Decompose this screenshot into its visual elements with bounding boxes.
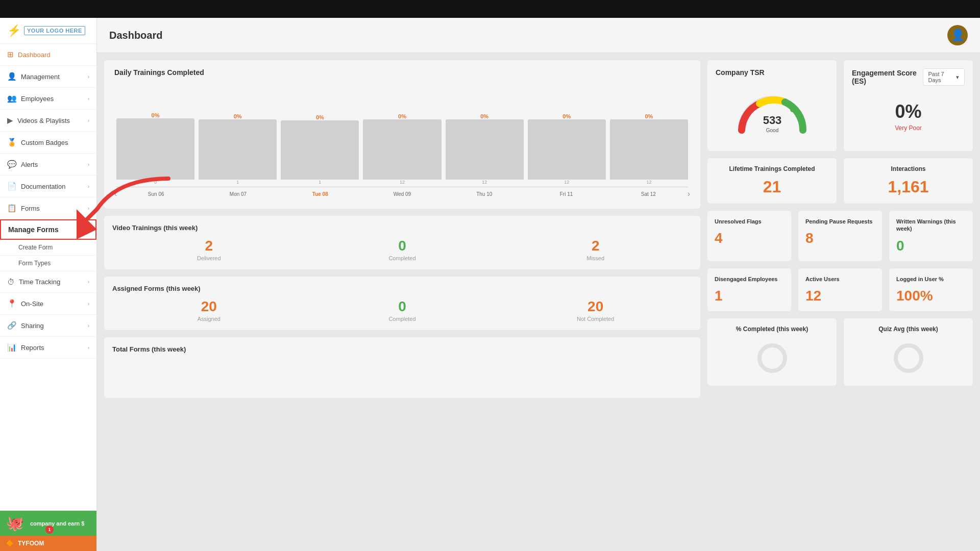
assigned-forms-card: Assigned Forms (this week) 20 Assigned 0…	[104, 277, 700, 330]
forms-assigned-label: Assigned	[112, 316, 306, 322]
content-area: Dashboard 👤 Daily Trainings Completed	[97, 18, 980, 551]
es-pct: 0%	[862, 101, 954, 122]
pct-completed-title: % Completed (this week)	[715, 325, 829, 333]
sidebar-item-videos[interactable]: ▶ Videos & Playlists ›	[0, 110, 96, 132]
tyfoom-button[interactable]: 🔶 TYFOOM	[0, 536, 96, 551]
bar-1	[199, 119, 277, 180]
top-bar	[0, 0, 980, 18]
tyfoom-icon: 🔶	[6, 540, 14, 547]
sidebar-item-label: Employees	[21, 95, 54, 103]
num-12b: 12	[446, 180, 524, 185]
video-trainings-card: Video Trainings (this week) 2 Delivered …	[104, 216, 700, 269]
video-completed: 0 Completed	[306, 238, 499, 261]
sidebar-item-onsite[interactable]: 📍 On-Site ›	[0, 293, 96, 315]
sidebar-item-alerts[interactable]: 💬 Alerts ›	[0, 154, 96, 176]
bar-0	[116, 118, 194, 180]
chevron-right-icon: ›	[88, 323, 89, 329]
video-trainings-title: Video Trainings (this week)	[112, 224, 692, 232]
pending-pause-title: Pending Pause Requests	[805, 218, 875, 225]
es-sublabel: Very Poor	[862, 124, 954, 132]
bar-5	[528, 119, 606, 180]
chevron-right-icon: ›	[88, 301, 89, 307]
sidebar-item-label: Sharing	[21, 322, 44, 330]
chart-next-button[interactable]: ›	[688, 189, 690, 198]
bar-pct-6: 0%	[645, 113, 653, 119]
video-delivered-num: 2	[112, 238, 306, 254]
sidebar-item-label: Reports	[21, 344, 44, 352]
x-label-0: Sun 06	[117, 191, 195, 197]
sidebar-item-documentation[interactable]: 📄 Documentation ›	[0, 176, 96, 197]
earn-button[interactable]: 🐙 1 company and earn $	[0, 511, 96, 536]
bar-pct-5: 0%	[562, 113, 571, 119]
sidebar-subitem-create-form[interactable]: Create Form	[0, 240, 96, 256]
sidebar-item-reports[interactable]: 📊 Reports ›	[0, 337, 96, 359]
x-label-2: Tue 08	[281, 191, 359, 197]
svg-text:533: 533	[763, 114, 781, 127]
video-completed-num: 0	[306, 238, 499, 254]
tyfoom-label: TYFOOM	[18, 540, 44, 547]
sidebar-item-time-tracking[interactable]: ⏱ Time Tracking ›	[0, 271, 96, 293]
sidebar-item-label: Dashboard	[18, 51, 51, 59]
sidebar-item-label: Videos & Playlists	[17, 117, 70, 124]
page-title: Dashboard	[109, 30, 162, 41]
sidebar-item-custom-badges[interactable]: 🏅 Custom Badges	[0, 132, 96, 154]
forms-not-completed-label: Not Completed	[499, 316, 692, 322]
earn-icon: 🐙	[6, 515, 24, 532]
x-label-4: Thu 10	[445, 191, 523, 197]
es-dropdown[interactable]: Past 7 Days ▾	[923, 68, 965, 86]
num-12a: 12	[363, 180, 441, 185]
pending-pause-value: 8	[805, 230, 875, 246]
assigned-forms-title: Assigned Forms (this week)	[112, 285, 692, 292]
avatar-button[interactable]: 👤	[947, 25, 968, 45]
video-delivered: 2 Delivered	[112, 238, 306, 261]
onsite-icon: 📍	[7, 299, 17, 308]
logo-text: YOUR LOGO HERE	[24, 26, 85, 35]
lifetime-trainings-value: 21	[715, 178, 829, 196]
x-label-6: Sat 12	[609, 191, 688, 197]
chevron-right-icon: ›	[88, 184, 89, 189]
written-warnings-title: Written Warnings (this week)	[896, 218, 966, 233]
manage-forms-item[interactable]: Manage Forms	[0, 219, 96, 240]
forms-not-completed-num: 20	[499, 298, 692, 315]
sidebar-item-label: Documentation	[21, 183, 65, 190]
sidebar-item-label: Custom Badges	[21, 139, 68, 146]
disengaged-title: Disengaged Employees	[715, 276, 784, 283]
chevron-right-icon: ›	[88, 74, 89, 80]
forms-assigned-num: 20	[112, 298, 306, 315]
num-1a: 1	[199, 180, 277, 185]
sidebar-item-dashboard[interactable]: ⊞ Dashboard	[0, 44, 96, 66]
users-row: Disengaged Employees 1 Active Users 12 L…	[707, 268, 973, 311]
interactions-value: 1,161	[851, 178, 966, 196]
sidebar-item-management[interactable]: 👤 Management ›	[0, 66, 96, 88]
chevron-right-icon: ›	[88, 279, 89, 285]
forms-completed-label: Completed	[306, 316, 499, 322]
create-form-label: Create Form	[18, 244, 53, 251]
total-forms-card: Total Forms (this week)	[104, 337, 700, 398]
forms-not-completed: 20 Not Completed	[499, 298, 692, 322]
video-trainings-values: 2 Delivered 0 Completed 2 Missed	[112, 238, 692, 261]
reports-icon: 📊	[7, 343, 17, 352]
es-dropdown-label: Past 7 Days	[928, 71, 954, 83]
sidebar-item-employees[interactable]: 👥 Employees ›	[0, 88, 96, 110]
logo-bolt-icon: ⚡	[7, 24, 21, 37]
time-tracking-icon: ⏱	[7, 278, 15, 286]
dashboard-icon: ⊞	[7, 50, 14, 59]
bar-pct-1: 0%	[234, 113, 242, 119]
sidebar-subitem-form-types[interactable]: Form Types	[0, 256, 96, 271]
es-title: Engagement Score (ES)	[852, 69, 923, 85]
x-label-1: Mon 07	[199, 191, 277, 197]
svg-text:Good: Good	[766, 128, 778, 133]
unresolved-flags-value: 4	[715, 230, 784, 246]
disengaged-value: 1	[715, 288, 784, 304]
flags-row: Unresolved Flags 4 Pending Pause Request…	[707, 211, 973, 261]
sidebar-item-sharing[interactable]: 🔗 Sharing ›	[0, 315, 96, 337]
disengaged-card: Disengaged Employees 1	[707, 268, 791, 311]
svg-point-0	[790, 107, 795, 112]
video-missed-num: 2	[499, 238, 692, 254]
alerts-icon: 💬	[7, 160, 17, 169]
quiz-avg-card: Quiz Avg (this week)	[844, 318, 973, 386]
quiz-avg-title: Quiz Avg (this week)	[851, 325, 966, 333]
sidebar-item-forms[interactable]: 📋 Forms ›	[0, 197, 96, 219]
dropdown-chevron-icon: ▾	[956, 74, 959, 81]
daily-trainings-card: Daily Trainings Completed 0% 0%	[104, 60, 700, 209]
